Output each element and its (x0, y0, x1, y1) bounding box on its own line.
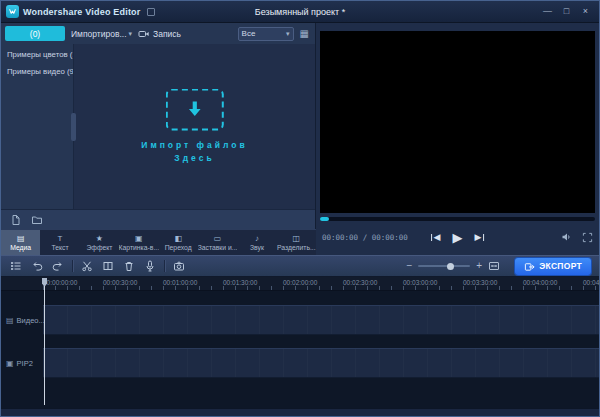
record-voiceover-button[interactable] (143, 259, 157, 273)
chevron-down-icon: ▾ (286, 30, 290, 38)
media-nav-list: Примеры цветов (13)Примеры видео (9) (1, 44, 73, 209)
dropzone-text-line2: Здесь (174, 152, 214, 162)
zoom-slider-handle[interactable] (447, 263, 454, 270)
preview-screen[interactable] (320, 31, 595, 213)
zoom-in-button[interactable]: + (476, 261, 482, 271)
media-library-panel: (0) Импортиров... ▾ Запись Все ▾ ▦ Приме… (1, 23, 316, 229)
titlebar: Wondershare Video Editor Безымянный прое… (1, 1, 599, 23)
import-dropzone[interactable]: Импорт файлов Здесь (141, 88, 247, 162)
next-frame-button[interactable]: ▶ (475, 232, 485, 242)
timeline-area[interactable]: ▤ Видео... ▣ PIP2 (1, 291, 599, 408)
project-title: Безымянный проект * (255, 7, 345, 17)
next-glyph: ▶ (475, 232, 482, 242)
panel-splitter[interactable] (71, 113, 76, 141)
record-button[interactable]: Запись (138, 28, 181, 40)
media-folder-item[interactable]: Примеры цветов (13) (1, 46, 73, 63)
add-folder-icon[interactable] (31, 214, 43, 226)
toolbar-divider (164, 260, 165, 272)
delete-button[interactable] (122, 259, 136, 273)
ruler-label: 00:01:30:00 (223, 279, 283, 286)
tab-label: Медиа (10, 244, 31, 252)
previous-frame-button[interactable]: ◀ (431, 232, 441, 242)
tab-icon: Т (58, 234, 63, 244)
media-filter-select[interactable]: Все ▾ (238, 27, 294, 41)
track-lane[interactable] (43, 348, 599, 378)
add-file-icon[interactable] (10, 214, 22, 226)
close-button[interactable]: × (577, 4, 594, 19)
crop-button[interactable] (101, 259, 115, 273)
track-label: PIP2 (17, 359, 33, 368)
mode-tab[interactable]: ▣ Картинка-в... (119, 230, 158, 255)
track-lane[interactable] (43, 305, 599, 335)
tab-icon: ▣ (135, 234, 143, 244)
timeline-ruler[interactable]: 00:00:00:0000:00:30:0000:01:00:0000:01:3… (1, 277, 599, 291)
import-dropzone-box (166, 88, 224, 130)
timecode-display: 00:00:00 / 00:00:00 (322, 233, 408, 242)
track-manager-button[interactable] (9, 259, 23, 273)
media-bottombar (1, 209, 315, 229)
bar-glyph (483, 234, 485, 241)
status-bar (1, 408, 599, 416)
undo-button[interactable] (30, 259, 44, 273)
fullscreen-icon[interactable] (582, 232, 593, 243)
import-dropdown-button[interactable]: Импортиров... ▾ (71, 29, 132, 39)
videocam-icon (138, 28, 150, 40)
tab-icon: ◧ (174, 234, 182, 244)
playhead[interactable] (41, 278, 48, 405)
media-folder-item[interactable]: Примеры видео (9) (1, 63, 73, 80)
zoom-controls: − + (406, 260, 500, 272)
fit-timeline-icon[interactable] (488, 260, 500, 272)
export-button[interactable]: ЭКСПОРТ (515, 258, 591, 275)
media-content-area: Импорт файлов Здесь (73, 44, 315, 209)
maximize-button[interactable]: □ (558, 4, 575, 19)
export-label: ЭКСПОРТ (539, 261, 582, 271)
mode-tab[interactable]: ◧ Переход (159, 230, 198, 255)
tab-label: Разделить... (277, 244, 316, 252)
track-header[interactable]: ▤ Видео... (6, 316, 45, 325)
app-window: Wondershare Video Editor Безымянный прое… (0, 0, 600, 417)
timeline-track: ▤ Видео... (1, 305, 599, 335)
volume-icon[interactable] (561, 231, 573, 243)
tab-label: Эффект (86, 244, 112, 252)
tab-icon: ★ (96, 234, 103, 244)
app-title: Wondershare Video Editor (23, 7, 141, 17)
preview-panel: 00:00:00 / 00:00:00 ◀ ▶ ▶ (316, 23, 599, 255)
chevron-down-icon: ▾ (129, 30, 133, 38)
play-button[interactable]: ▶ (453, 230, 463, 245)
preview-seekbar[interactable] (320, 217, 595, 221)
download-arrow-icon (185, 100, 205, 119)
mode-tab[interactable]: Т Текст (40, 230, 79, 255)
track-header[interactable]: ▣ PIP2 (6, 359, 33, 368)
split-button[interactable] (80, 259, 94, 273)
grid-view-icon[interactable]: ▦ (300, 29, 309, 39)
mode-tab[interactable]: ♪ Звук (237, 230, 276, 255)
ruler-label: 00:02:30:00 (343, 279, 403, 286)
timeline-toolbar: − + ЭКСПОРТ (1, 255, 599, 277)
seekbar-progress (320, 217, 329, 221)
redo-button[interactable] (51, 259, 65, 273)
zoom-out-button[interactable]: − (406, 261, 412, 271)
mode-tab[interactable]: ★ Эффект (80, 230, 119, 255)
import-label: Импортиров... (71, 29, 127, 39)
pin-icon[interactable] (147, 8, 155, 16)
tab-label: Текст (52, 244, 69, 252)
track-icon: ▣ (6, 359, 14, 367)
transport-controls: ◀ ▶ ▶ (431, 230, 485, 245)
media-body: Примеры цветов (13)Примеры видео (9) Имп… (1, 44, 315, 209)
snapshot-button[interactable] (172, 259, 186, 273)
zoom-slider[interactable] (418, 265, 470, 267)
mode-tab[interactable]: ▭ Заставки и... (198, 230, 237, 255)
playhead-line (44, 286, 45, 405)
media-count-tab[interactable]: (0) (5, 26, 65, 41)
tab-icon: ◫ (293, 234, 301, 244)
mode-tab[interactable]: ▤ Медиа (1, 230, 40, 255)
tab-label: Картинка-в... (119, 244, 158, 252)
minimize-button[interactable]: — (539, 4, 556, 19)
tab-label: Переход (165, 244, 192, 252)
ruler-label: 00:03:00:00 (403, 279, 463, 286)
window-controls: — □ × (539, 4, 594, 19)
ruler-label: 00:00:00:00 (43, 279, 103, 286)
timeline-track: ▣ PIP2 (1, 348, 599, 378)
mode-tab[interactable]: ◫ Разделить... (277, 230, 316, 255)
media-toolbar: (0) Импортиров... ▾ Запись Все ▾ ▦ (1, 23, 315, 44)
